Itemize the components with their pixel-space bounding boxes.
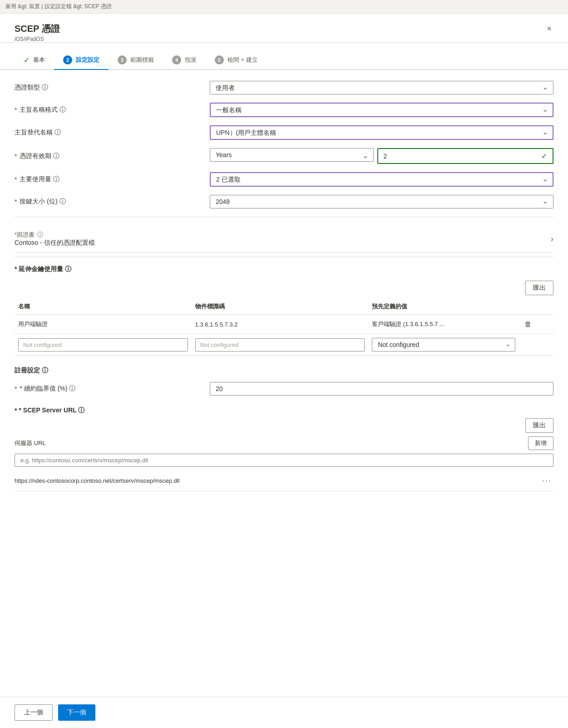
wizard-step-review[interactable]: 5 檢閱 + 建立 [206,50,267,70]
server-url-input[interactable] [15,454,553,467]
url-list-text: https://ndes-contosocorp.contoso.net/cer… [15,477,179,484]
divider-2 [15,257,553,257]
delete-row-button[interactable]: 🗑 [523,318,533,330]
trusted-cert-label: *跟證書 ⓘ [15,231,95,239]
cert-validity-label: * 憑證有效期 ⓘ [15,152,210,160]
breadcrumb: 家用 &gt; 裝置 | 設定設定檔 &gt; SCEP 憑證 [5,3,112,10]
wizard-step-scope-label: 範圍標籤 [130,56,154,64]
validity-check-icon: ✓ [541,152,547,160]
panel-subtitle: iOS/iPadOS [15,36,60,42]
key-size-label: * 按鍵大小 (位) ⓘ [15,198,210,206]
cert-type-select-wrapper: 使用者 [210,81,553,94]
input-predefined-cell: Not configured [368,334,519,356]
renewal-threshold-input[interactable] [210,382,553,396]
new-oid-input[interactable] [195,338,365,352]
renewal-threshold-row: * * 續約臨界值 (%) ⓘ [15,382,553,396]
ext-key-usage-table-section: 匯出 名稱 物件標識碼 預先定義的值 用戶端驗證 [15,281,553,356]
subject-alt-name-row: 主旨替代名稱 ⓘ UPN）(用戶主體名稱 [15,125,553,140]
key-usage-control: 2 已選取 [210,172,553,187]
next-button[interactable]: 下一個 [58,704,95,721]
wizard-step-assign[interactable]: 4 指派 [163,50,206,70]
form-content: 憑證類型 ⓘ 使用者 * 主旨名稱格式 ⓘ [0,70,568,697]
input-name-cell [15,334,192,356]
key-size-select[interactable]: 2048 [210,195,553,208]
step-badge-assign: 4 [172,55,181,64]
row-predefined: 客戶端驗證 (1.3.6.1.5.5.7.... [368,315,519,334]
wizard-step-config[interactable]: 2 設定設定 [54,50,109,70]
col-oid-header: 物件標識碼 [192,299,369,315]
export-btn-row: 匯出 [15,281,553,295]
step-badge-review: 5 [215,55,224,64]
cert-validity-unit-select[interactable]: Years [210,148,374,162]
url-list-item: https://ndes-contosocorp.contoso.net/cer… [15,470,553,491]
url-more-button[interactable]: ··· [540,474,553,487]
wizard-step-basics[interactable]: ✓ 基本 [15,50,54,70]
predefined-dropdown[interactable]: Not configured [372,338,515,352]
cert-type-row: 憑證類型 ⓘ 使用者 [15,81,553,94]
cert-type-control: 使用者 [210,81,553,94]
server-url-label: 伺服器 URL [15,439,46,447]
trusted-cert-row[interactable]: *跟證書 ⓘ Contoso - 信任的憑證配置檔 › [15,225,553,253]
cert-validity-inline: Years 2 ✓ [210,148,553,164]
export-ext-key-button[interactable]: 匯出 [525,281,553,295]
step-badge-config: 2 [63,55,72,64]
key-size-row: * 按鍵大小 (位) ⓘ 2048 [15,195,553,208]
scep-export-btn-row: 匯出 [15,418,553,433]
col-name-header: 名稱 [15,299,192,315]
table-body: 用戶端驗證 1.3.6.1.5.5.7.3.2 客戶端驗證 (1.3.6.1.5… [15,315,553,356]
panel-title-area: SCEP 憑證 iOS/iPadOS [15,23,60,42]
wizard-step-review-label: 檢閱 + 建立 [227,56,258,64]
col-action-header [519,299,553,315]
export-scep-button[interactable]: 匯出 [525,418,553,433]
key-usage-select[interactable]: 2 已選取 [210,172,553,187]
subject-alt-name-select[interactable]: UPN）(用戶主體名稱 [210,125,553,140]
cert-validity-control: Years 2 ✓ [210,148,553,164]
key-usage-wrapper: 2 已選取 [210,172,553,187]
subject-name-format-select[interactable]: 一般名稱 [210,103,553,117]
subject-name-format-label: * 主旨名稱格式 ⓘ [15,106,210,114]
wizard-step-assign-label: 指派 [185,56,197,64]
main-panel: SCEP 憑證 iOS/iPadOS × ✓ 基本 2 設定設定 3 範圍標籤 … [0,14,568,728]
cert-validity-value-box: 2 ✓ [377,148,554,164]
step-check-icon: ✓ [24,56,30,64]
panel-header: SCEP 憑證 iOS/iPadOS × [0,14,568,43]
add-url-button[interactable]: 新增 [528,436,553,450]
divider-1 [15,217,553,217]
cert-type-select[interactable]: 使用者 [210,81,553,94]
cert-type-label: 憑證類型 ⓘ [15,84,210,92]
col-predefined-header: 預先定義的值 [368,299,519,315]
wizard-step-basics-label: 基本 [33,56,45,64]
table-input-row: Not configured [15,334,553,356]
title-bar: 家用 &gt; 裝置 | 設定設定檔 &gt; SCEP 憑證 [0,0,568,14]
server-url-row: 伺服器 URL 新增 [15,436,553,450]
key-size-wrapper: 2048 [210,195,553,208]
close-button[interactable]: × [545,23,553,35]
subject-name-format-row: * 主旨名稱格式 ⓘ 一般名稱 [15,103,553,117]
wizard-step-scope[interactable]: 3 範圍標籤 [109,50,163,70]
new-name-input[interactable] [18,338,188,352]
cert-validity-unit-wrapper: Years [210,148,374,164]
trusted-cert-left: *跟證書 ⓘ Contoso - 信任的憑證配置檔 [15,231,95,247]
row-delete-cell: 🗑 [519,315,553,334]
table-header-row: 名稱 物件標識碼 預先定義的值 [15,299,553,315]
input-action-cell [519,334,553,356]
wizard-nav: ✓ 基本 2 設定設定 3 範圍標籤 4 指派 5 檢閱 + 建立 [0,50,568,70]
key-size-control: 2048 [210,195,553,208]
cert-validity-row: * 憑證有效期 ⓘ Years 2 ✓ [15,148,553,164]
predefined-dropdown-wrapper: Not configured [372,338,515,352]
trusted-cert-info-icon: ⓘ [37,231,43,239]
registration-title: 註冊設定 ⓘ [15,366,553,375]
trusted-cert-value: Contoso - 信任的憑證配置檔 [15,239,95,247]
table-head: 名稱 物件標識碼 預先定義的值 [15,299,553,315]
scep-title: * * SCEP Server URL ⓘ [15,406,553,415]
registration-section: 註冊設定 ⓘ * * 續約臨界值 (%) ⓘ [15,366,553,396]
prev-button[interactable]: 上一個 [15,704,53,721]
key-usage-row: * 主要使用量 ⓘ 2 已選取 [15,172,553,187]
subject-alt-name-wrapper: UPN）(用戶主體名稱 [210,125,553,140]
wizard-step-config-label: 設定設定 [76,56,99,64]
step-badge-scope: 3 [118,55,127,64]
panel-title: SCEP 憑證 [15,23,60,35]
trusted-cert-chevron-icon: › [551,234,553,244]
input-oid-cell [192,334,369,356]
footer: 上一個 下一個 [0,697,568,728]
